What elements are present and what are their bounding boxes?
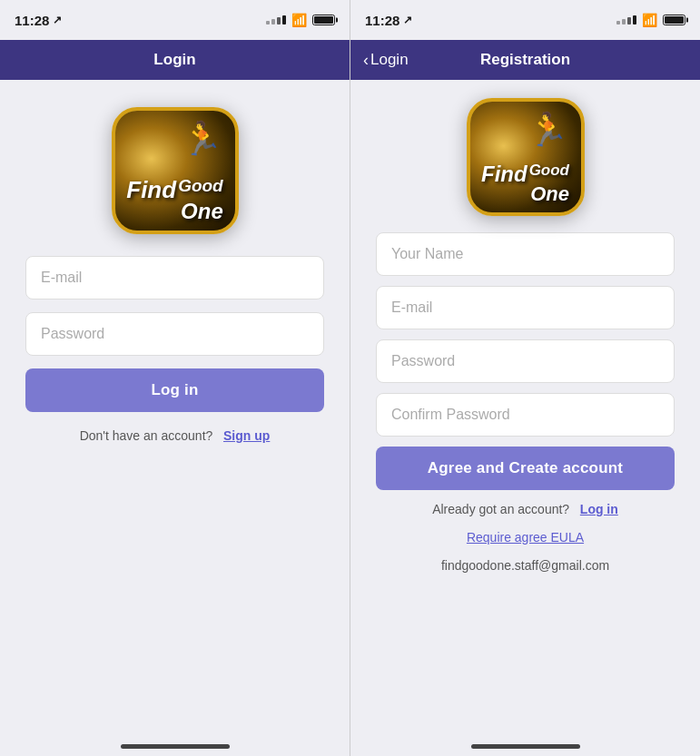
signal-icon-right <box>616 15 636 25</box>
login-panel: 11:28 ↗ 📶 Login 🏃 Find Good <box>0 0 350 756</box>
registration-panel: 11:28 ↗ 📶 ‹ Login Registration 🏃 <box>350 0 700 756</box>
icon-text-one-left: One <box>181 199 223 223</box>
status-icons-left: 📶 <box>266 13 335 27</box>
icon-text-good-left: Good <box>178 177 223 196</box>
reg-password-input[interactable] <box>376 339 675 383</box>
battery-icon-right <box>663 15 685 25</box>
icon-text-one-right: One <box>530 182 569 205</box>
create-account-button[interactable]: Agree and Create account <box>376 447 675 490</box>
app-icon-container-left: 🏃 Find Good One <box>0 80 350 256</box>
app-icon-bg-right: 🏃 Find Good One <box>470 102 581 212</box>
wifi-icon-right: 📶 <box>642 13 657 27</box>
home-indicator-right <box>471 744 580 749</box>
miner-icon-right: 🏃 <box>527 111 568 149</box>
icon-text-good-right: Good <box>529 162 569 180</box>
app-icon-right: 🏃 Find Good One <box>467 98 585 216</box>
signup-prompt: Don't have an account? Sign up <box>25 428 324 443</box>
registration-nav-bar: ‹ Login Registration <box>350 40 700 80</box>
login-form: Log in Don't have an account? Sign up <box>0 256 350 443</box>
login-button[interactable]: Log in <box>25 368 324 412</box>
status-time-left: 11:28 ↗ <box>15 13 62 28</box>
icon-text-find-left: Find <box>126 177 176 203</box>
battery-icon-left <box>312 15 335 25</box>
location-icon-right: ↗ <box>403 14 412 26</box>
confirm-password-input[interactable] <box>376 393 675 437</box>
eula-link[interactable]: Require agree EULA <box>376 530 675 545</box>
registration-nav-title: Registration <box>480 51 570 69</box>
app-icon-container-right: 🏃 Find Good One <box>350 80 700 232</box>
back-chevron-icon: ‹ <box>363 51 369 70</box>
reg-email-input[interactable] <box>376 286 675 329</box>
status-icons-right: 📶 <box>616 13 685 27</box>
miner-icon-left: 🏃 <box>182 120 222 158</box>
email-input[interactable] <box>25 256 324 299</box>
icon-text-find-right: Find <box>481 162 527 186</box>
login-link[interactable]: Log in <box>580 502 618 516</box>
signup-link[interactable]: Sign up <box>223 428 270 443</box>
password-input[interactable] <box>25 312 324 356</box>
home-indicator-left <box>121 744 230 749</box>
contact-email: findgoodone.staff@gmail.com <box>376 558 675 573</box>
wifi-icon-left: 📶 <box>291 13 307 27</box>
login-nav-title: Login <box>153 51 195 69</box>
status-bar-left: 11:28 ↗ 📶 <box>0 0 350 40</box>
app-icon-bg-left: 🏃 Find Good One <box>115 111 235 231</box>
name-input[interactable] <box>376 232 675 276</box>
login-nav-bar: Login <box>0 40 350 80</box>
back-label[interactable]: Login <box>370 51 409 69</box>
status-bar-right: 11:28 ↗ 📶 <box>350 0 700 40</box>
already-account-prompt: Already got an account? Log in <box>376 502 675 516</box>
back-button[interactable]: ‹ Login <box>363 51 409 70</box>
registration-form: Agree and Create account Already got an … <box>350 232 700 573</box>
signal-icon-left <box>266 15 286 25</box>
status-time-right: 11:28 ↗ <box>365 13 412 28</box>
location-icon-left: ↗ <box>53 14 62 26</box>
app-icon-left: 🏃 Find Good One <box>112 107 239 234</box>
